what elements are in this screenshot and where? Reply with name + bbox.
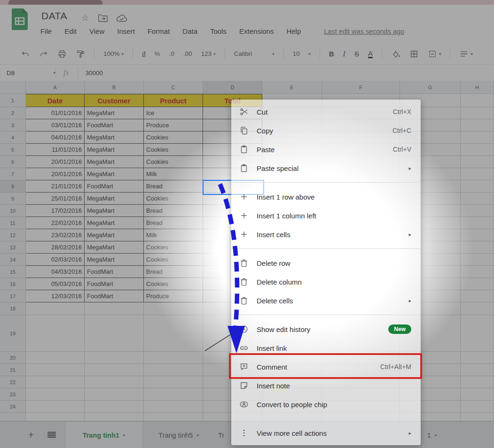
cell-b2[interactable]: MegaMart	[85, 107, 144, 119]
cell-a9[interactable]: 25/01/2016	[26, 193, 85, 205]
table-header-cell-product[interactable]: Product	[144, 94, 203, 107]
row-header-2[interactable]: 2	[0, 107, 26, 119]
cell-H11[interactable]	[461, 217, 494, 229]
row-header-14[interactable]: 14	[0, 254, 26, 266]
menu-item-insert-note[interactable]: Insert note	[231, 376, 421, 395]
cell-H21[interactable]	[461, 364, 494, 376]
column-header-g[interactable]: G	[400, 81, 461, 94]
cell-B18[interactable]	[85, 302, 144, 315]
menu-item-delete-column[interactable]: Delete column	[231, 272, 421, 291]
cell-a16[interactable]: 05/03/2016	[26, 278, 85, 290]
column-header-a[interactable]: A	[26, 81, 85, 94]
cell-a15[interactable]: 04/03/2016	[26, 266, 85, 278]
row-header-12[interactable]: 12	[0, 229, 26, 241]
sheet-tab-partial[interactable]: 1▾	[421, 422, 443, 448]
row-header-6[interactable]: 6	[0, 156, 26, 168]
cell-H9[interactable]	[461, 193, 494, 205]
menu-item-delete-row[interactable]: Delete row	[231, 254, 421, 272]
cell-A21[interactable]	[26, 364, 85, 376]
cell-b5[interactable]: MegaMart	[85, 144, 144, 156]
row-header-18[interactable]: 18	[0, 302, 26, 315]
cell-b12[interactable]: MegaMart	[85, 229, 144, 241]
row-header-24[interactable]: 24	[0, 401, 26, 413]
cell-b6[interactable]: MegaMart	[85, 156, 144, 168]
menu-item-convert-to-people-chip[interactable]: Convert to people chip	[231, 395, 421, 414]
row-header-17[interactable]: 17	[0, 290, 26, 302]
menu-item-insert-cells[interactable]: Insert cells▸	[231, 225, 421, 244]
add-sheet-button[interactable]: +	[24, 428, 38, 441]
menu-item-show-edit-history[interactable]: Show edit historyNew	[231, 320, 421, 339]
row-header-15[interactable]: 15	[0, 266, 26, 278]
column-header-b[interactable]: B	[85, 81, 144, 94]
cell-c17[interactable]: Produce	[144, 290, 203, 302]
menu-item-cut[interactable]: CutCtrl+X	[231, 102, 421, 121]
cell-a10[interactable]: 17/02/2016	[26, 205, 85, 217]
row-header-5[interactable]: 5	[0, 144, 26, 156]
row-header-4[interactable]: 4	[0, 131, 26, 144]
row-header-10[interactable]: 10	[0, 205, 26, 217]
menu-item-insert-link[interactable]: Insert link	[231, 339, 421, 357]
row-header-1[interactable]: 1	[0, 94, 26, 107]
cell-H1[interactable]	[461, 94, 494, 107]
menu-item-paste[interactable]: PasteCtrl+V	[231, 140, 421, 159]
cell-C20[interactable]	[144, 352, 203, 364]
cell-a12[interactable]: 23/02/2016	[26, 229, 85, 241]
cell-a14[interactable]: 02/03/2016	[26, 254, 85, 266]
cell-C22[interactable]	[144, 376, 203, 388]
cell-a8[interactable]: 21/01/2016	[26, 180, 85, 193]
cell-b11[interactable]: MegaMart	[85, 217, 144, 229]
sheet-tab-trang-tinh1[interactable]: Trang tinh1▾	[66, 422, 142, 448]
cell-B19[interactable]	[85, 315, 144, 352]
cell-B20[interactable]	[85, 352, 144, 364]
cell-B22[interactable]	[85, 376, 144, 388]
row-header-20[interactable]: 20	[0, 352, 26, 364]
row-header-3[interactable]: 3	[0, 119, 26, 131]
cell-b16[interactable]: FoodMart	[85, 278, 144, 290]
cell-H5[interactable]	[461, 144, 494, 156]
menu-item-comment[interactable]: CommentCtrl+Alt+M	[231, 357, 421, 376]
cell-B21[interactable]	[85, 364, 144, 376]
cell-H10[interactable]	[461, 205, 494, 217]
cell-a13[interactable]: 28/02/2016	[26, 241, 85, 254]
cell-A20[interactable]	[26, 352, 85, 364]
cell-b15[interactable]: FoodMart	[85, 266, 144, 278]
cell-a3[interactable]: 03/01/2016	[26, 119, 85, 131]
cell-b13[interactable]: MegaMart	[85, 241, 144, 254]
row-header-16[interactable]: 16	[0, 278, 26, 290]
cell-c9[interactable]: Cookies	[144, 193, 203, 205]
cell-c2[interactable]: Ice	[144, 107, 203, 119]
column-header-c[interactable]: C	[144, 81, 203, 94]
row-header-19[interactable]: 19	[0, 315, 26, 352]
cell-H20[interactable]	[461, 352, 494, 364]
row-header-23[interactable]: 23	[0, 388, 26, 401]
cell-b10[interactable]: MegaMart	[85, 205, 144, 217]
cell-H8[interactable]	[461, 180, 494, 193]
cell-H12[interactable]	[461, 229, 494, 241]
cell-c8[interactable]: Bread	[144, 180, 203, 193]
menu-item-insert-1-column-left[interactable]: Insert 1 column left	[231, 206, 421, 225]
cell-H16[interactable]	[461, 278, 494, 290]
cell-H14[interactable]	[461, 254, 494, 266]
menu-item-copy[interactable]: CopyCtrl+C	[231, 121, 421, 140]
cell-c10[interactable]: Bread	[144, 205, 203, 217]
cell-H7[interactable]	[461, 168, 494, 180]
row-header-8[interactable]: 8	[0, 180, 26, 193]
cell-c4[interactable]: Cookies	[144, 131, 203, 144]
grid-corner-box[interactable]	[0, 81, 26, 94]
cell-B24[interactable]	[85, 401, 144, 413]
cell-a7[interactable]: 20/01/2016	[26, 168, 85, 180]
cell-A19[interactable]	[26, 315, 85, 352]
cell-A23[interactable]	[26, 388, 85, 401]
row-header-7[interactable]: 7	[0, 168, 26, 180]
cell-b4[interactable]: MegaMart	[85, 131, 144, 144]
cell-H24[interactable]	[461, 401, 494, 413]
cell-c3[interactable]: Produce	[144, 119, 203, 131]
cell-H22[interactable]	[461, 376, 494, 388]
cell-c15[interactable]: Bread	[144, 266, 203, 278]
menu-item-delete-cells[interactable]: Delete cells▸	[231, 291, 421, 310]
cell-b17[interactable]: FoodMart	[85, 290, 144, 302]
cell-b9[interactable]: MegaMart	[85, 193, 144, 205]
cell-b14[interactable]: MegaMart	[85, 254, 144, 266]
cell-A18[interactable]	[26, 302, 85, 315]
cell-a6[interactable]: 20/01/2016	[26, 156, 85, 168]
